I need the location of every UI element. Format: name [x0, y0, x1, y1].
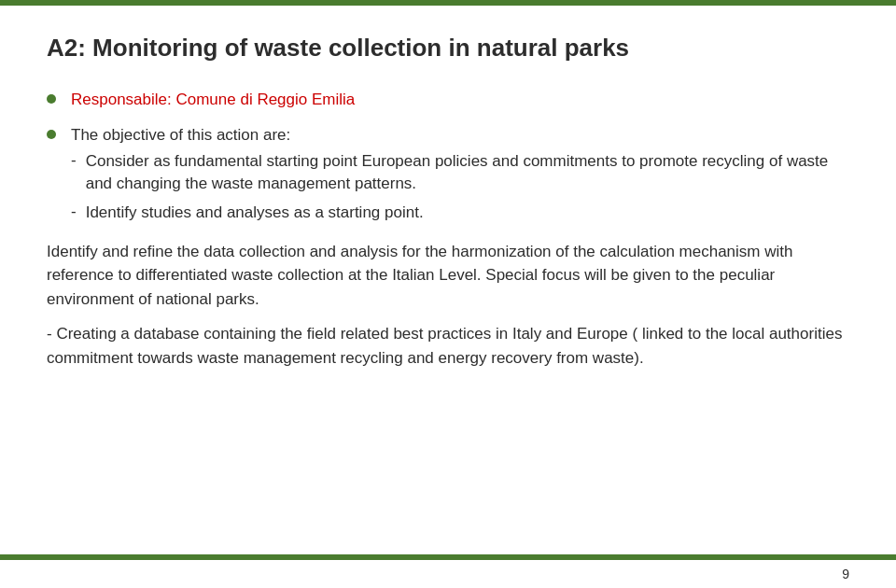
body-paragraph-2: - Creating a database containing the fie… — [47, 322, 849, 370]
bullet-dot-2 — [47, 130, 56, 139]
slide-container: A2: Monitoring of waste collection in na… — [0, 0, 896, 588]
bullet-text-responsabile: Responsabile: Comune di Reggio Emilia — [71, 89, 355, 111]
sub-bullet-1: - Consider as fundamental starting point… — [71, 150, 849, 196]
bullet-objective: The objective of this action are: — [47, 124, 849, 147]
bullet-responsabile: Responsabile: Comune di Reggio Emilia — [47, 89, 849, 111]
bullet-section: Responsabile: Comune di Reggio Emilia Th… — [47, 89, 849, 536]
sub-bullet-2: - Identify studies and analyses as a sta… — [71, 202, 849, 225]
footer: 9 — [0, 560, 896, 588]
sub-dash-2: - — [71, 203, 77, 221]
bullet-text-objective: The objective of this action are: — [71, 124, 290, 147]
body-paragraph-1: Identify and refine the data collection … — [47, 240, 849, 312]
content-area: A2: Monitoring of waste collection in na… — [0, 6, 896, 554]
bullet-dot-1 — [47, 94, 56, 104]
sub-dash-1: - — [71, 151, 77, 170]
page-number: 9 — [842, 567, 849, 581]
slide-title: A2: Monitoring of waste collection in na… — [47, 34, 849, 63]
sub-bullets-container: - Consider as fundamental starting point… — [71, 150, 849, 231]
sub-text-2: Identify studies and analyses as a start… — [86, 202, 424, 225]
sub-text-1: Consider as fundamental starting point E… — [86, 150, 849, 196]
